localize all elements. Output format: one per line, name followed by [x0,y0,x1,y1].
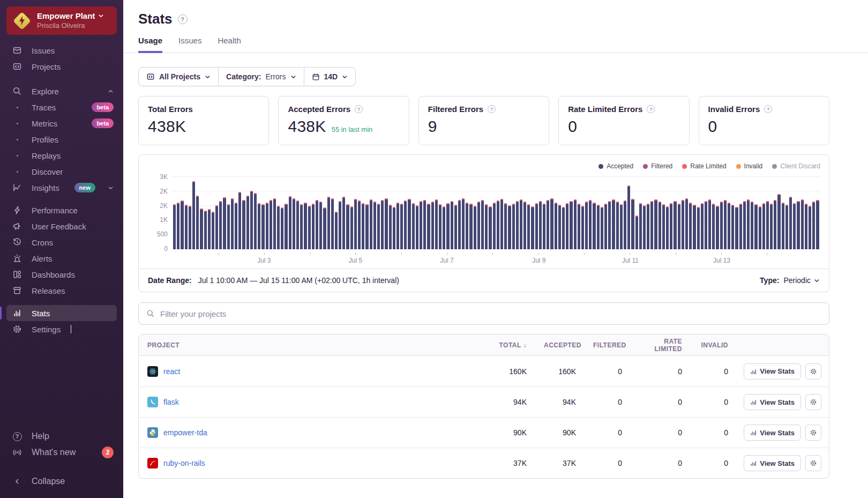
sidebar-item-stats[interactable]: Stats [6,305,117,321]
chevron-down-icon[interactable] [108,185,114,191]
chart-bar[interactable] [654,199,657,249]
chart-bar[interactable] [743,201,746,249]
chart-bar[interactable] [469,204,472,249]
chart-bar[interactable] [612,199,615,249]
chart-bar[interactable] [381,200,384,249]
column-header-invalid[interactable]: INVALID [691,341,737,349]
project-settings-button[interactable] [805,363,821,380]
chart-bar[interactable] [816,200,819,249]
chart-bar[interactable] [289,196,291,249]
chart-bar[interactable] [624,200,626,249]
chart-bar[interactable] [620,204,623,249]
chart-bar[interactable] [650,201,653,249]
chart-bar[interactable] [531,206,534,249]
chart-bar[interactable] [785,205,788,249]
card-help-icon[interactable]: ? [355,105,363,113]
tab-health[interactable]: Health [218,36,241,53]
chart-bar[interactable] [705,201,707,249]
chart-bar[interactable] [474,206,476,249]
chart-bar[interactable] [416,205,418,249]
chart-bar[interactable] [377,204,380,249]
chart-bar[interactable] [177,203,179,249]
project-filter-dropdown[interactable]: All Projects [139,68,218,86]
chart-bar[interactable] [555,203,557,249]
chart-bar[interactable] [805,204,807,249]
sidebar-item-whats-new[interactable]: What's new 2 [6,444,117,460]
search-input[interactable] [160,309,821,318]
chart-bar[interactable] [581,206,584,249]
chart-bar[interactable] [585,202,588,249]
sidebar-item-issues[interactable]: Issues [6,42,117,58]
view-stats-button[interactable]: View Stats [744,363,801,380]
chart-bar[interactable] [724,200,727,249]
chart-bar[interactable] [812,202,815,249]
chart-bar[interactable] [293,198,295,249]
chart-bar[interactable] [304,203,306,249]
chart-bar[interactable] [235,203,237,249]
chart-bar[interactable] [562,207,565,249]
chart-bar[interactable] [774,200,776,249]
chart-bar[interactable] [558,205,561,249]
chart-bar[interactable] [420,201,422,249]
chart-bar[interactable] [254,193,257,249]
chart-bar[interactable] [666,206,669,249]
chart-bar[interactable] [246,196,249,249]
chart-bar[interactable] [219,201,222,249]
chart-bar[interactable] [412,203,415,249]
chart-bar[interactable] [747,199,750,249]
chart-bar[interactable] [185,205,188,249]
chart-bar[interactable] [527,204,530,249]
chart-bar[interactable] [404,200,407,249]
chart-bar[interactable] [281,207,283,249]
chart-bar[interactable] [312,204,315,249]
chart-bar[interactable] [550,198,553,249]
chart-bar[interactable] [373,202,376,249]
chart-bar[interactable] [385,198,387,249]
legend-item[interactable]: Filtered [643,162,672,170]
chart-bar[interactable] [762,203,765,249]
project-settings-button[interactable] [805,394,821,410]
chart-bar[interactable] [462,198,465,249]
column-header-total[interactable]: TOTAL ↓ [472,341,535,349]
type-dropdown[interactable]: Type: Periodic [760,276,820,285]
sidebar-item-dashboards[interactable]: Dashboards [6,266,117,283]
chart-bar[interactable] [662,204,665,249]
project-link[interactable]: empower-tda [163,428,207,437]
chart-bar[interactable] [523,202,526,249]
view-stats-button[interactable]: View Stats [744,455,801,471]
chart-bar[interactable] [319,202,322,249]
chart-bar[interactable] [389,205,392,249]
sidebar-item-profiles[interactable]: Profiles [6,131,117,147]
chart-bar[interactable] [789,197,792,249]
column-header-rate-limited[interactable]: RATE LIMITED [631,338,691,353]
sidebar-item-insights[interactable]: Insights new [6,180,117,196]
chart-bar[interactable] [181,200,183,249]
chart-bar[interactable] [547,200,549,249]
card-help-icon[interactable]: ? [764,105,772,113]
chart-bar[interactable] [208,209,211,249]
chart-bar[interactable] [227,204,230,249]
sidebar-item-crons[interactable]: Crons [6,234,117,250]
chart-bar[interactable] [350,206,353,249]
sidebar-item-settings[interactable]: Settings [6,321,117,337]
chart-bar[interactable] [270,200,272,249]
chart-bar[interactable] [451,201,453,249]
chart-bar[interactable] [342,197,345,249]
project-link[interactable]: ruby-on-rails [163,459,205,467]
chart-bar[interactable] [223,197,226,249]
sidebar-item-alerts[interactable]: Alerts [6,250,117,266]
chart-bar[interactable] [516,201,519,249]
sidebar-item-metrics[interactable]: Metrics beta [6,115,117,131]
chart-bar[interactable] [497,200,499,249]
chart-bar[interactable] [454,205,457,249]
chart-bar[interactable] [477,202,480,249]
chart-bar[interactable] [777,194,780,249]
chart-bar[interactable] [543,204,545,249]
view-stats-button[interactable]: View Stats [744,425,801,441]
chart-bar[interactable] [578,204,580,249]
chart-bar[interactable] [508,205,511,249]
column-header-filtered[interactable]: FILTERED [585,341,631,349]
chart-bar[interactable] [192,181,195,249]
sidebar-item-help[interactable]: ? Help [6,428,117,444]
chart-bar[interactable] [335,212,338,249]
